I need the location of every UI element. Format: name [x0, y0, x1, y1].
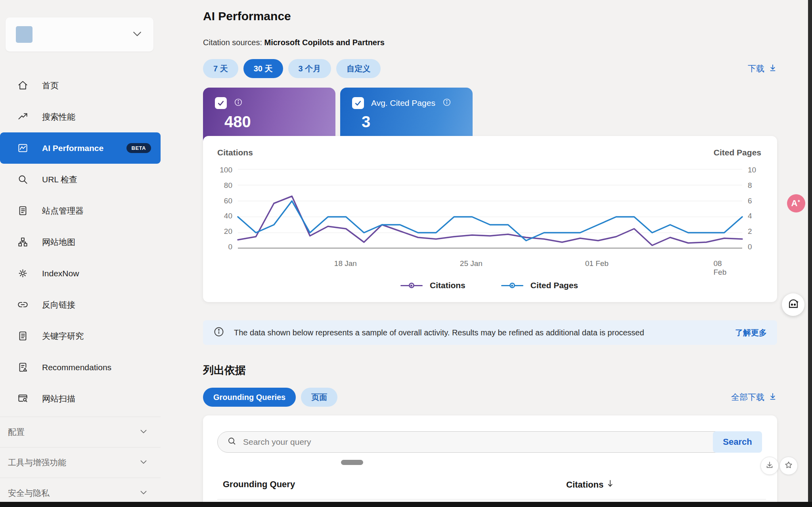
section-label: 工具与增强功能 — [8, 457, 66, 468]
clipboard-list-icon — [17, 205, 29, 217]
sidebar-item-site-manager[interactable]: 站点管理器 — [0, 195, 161, 226]
section-label: 安全与隐私 — [8, 488, 50, 499]
search-icon — [17, 174, 29, 186]
citation-sources-label: Citation sources: — [203, 38, 262, 47]
sidebar-item-url-inspection[interactable]: URL 检查 — [0, 164, 161, 195]
page-title: AI Performance — [203, 10, 777, 23]
sidebar: 首页 搜索性能 AI Performance BETA URL 检查 — [0, 0, 161, 507]
search-icon — [227, 436, 237, 448]
chart-legend: Citations Cited Pages — [217, 281, 761, 293]
metric-cards: 480 Avg. Cited Pages 3 — [203, 88, 777, 136]
search-button[interactable]: Search — [713, 431, 762, 453]
window-edge-right — [808, 0, 812, 507]
sidebar-item-sitemaps[interactable]: 网站地图 — [0, 226, 161, 258]
favorite-star-fab[interactable] — [779, 457, 798, 475]
chevron-down-icon — [138, 457, 149, 469]
robot-icon — [787, 297, 800, 312]
sidebar-item-label: 反向链接 — [42, 299, 75, 310]
left-axis-title: Citations — [217, 148, 253, 157]
sidebar-section-configuration[interactable]: 配置 — [0, 417, 161, 447]
chart-icon — [17, 142, 29, 154]
download-all-link[interactable]: 全部下载 — [731, 392, 777, 403]
download-icon — [765, 461, 774, 471]
chevron-down-icon[interactable] — [131, 28, 143, 41]
list-tabs: Grounding Queries 页面 全部下载 — [203, 388, 777, 407]
x-tick: 18 Jan — [334, 259, 357, 268]
left-axis-ticks: 100806040200 — [217, 166, 238, 251]
download-label: 下载 — [748, 63, 764, 74]
translate-fab[interactable]: A✦ — [787, 194, 805, 212]
sidebar-item-search-performance[interactable]: 搜索性能 — [0, 101, 161, 132]
sidebar-item-label: 站点管理器 — [42, 205, 84, 216]
search-input[interactable] — [243, 437, 752, 447]
x-axis-labels: 18 Jan 25 Jan 01 Feb 08 Feb — [238, 257, 741, 270]
right-axis-title: Cited Pages — [714, 148, 761, 157]
home-icon — [17, 80, 29, 92]
legend-citations[interactable]: Citations — [400, 281, 465, 290]
x-tick: 01 Feb — [585, 259, 609, 268]
app-window: 首页 搜索性能 AI Performance BETA URL 检查 — [0, 0, 812, 507]
range-pill-custom[interactable]: 自定义 — [336, 59, 381, 78]
drag-handle[interactable] — [341, 460, 363, 465]
link-icon — [17, 299, 29, 311]
site-selector[interactable] — [6, 17, 153, 52]
table-download-fab[interactable] — [760, 457, 779, 475]
chart-plot-area[interactable] — [238, 169, 742, 249]
sidebar-item-ai-performance[interactable]: AI Performance BETA — [0, 132, 161, 164]
range-pill-3m[interactable]: 3 个月 — [288, 59, 331, 78]
list-section-title: 列出依据 — [203, 363, 777, 377]
column-citations-sort[interactable]: Citations — [566, 479, 614, 490]
sidebar-item-site-scan[interactable]: 网站扫描 — [0, 383, 161, 414]
sitemap-icon — [17, 236, 29, 248]
cited-pages-checkbox[interactable] — [352, 97, 364, 109]
info-banner: The data shown below represents a sample… — [203, 320, 777, 345]
tab-grounding-queries[interactable]: Grounding Queries — [203, 388, 296, 407]
citation-sources-value: Microsoft Copilots and Partners — [264, 38, 385, 47]
feedback-robot-fab[interactable] — [782, 293, 804, 316]
document-icon — [17, 330, 29, 342]
sidebar-item-label: Recommendations — [42, 363, 111, 372]
sidebar-item-label: 首页 — [42, 80, 59, 91]
download-all-label: 全部下载 — [731, 392, 764, 403]
download-icon — [768, 392, 777, 403]
sidebar-item-indexnow[interactable]: IndexNow — [0, 258, 161, 289]
banner-text: The data shown below represents a sample… — [234, 328, 644, 337]
citations-checkbox[interactable] — [215, 97, 227, 109]
sidebar-item-label: IndexNow — [42, 269, 79, 278]
sidebar-item-label: 网站扫描 — [42, 393, 75, 404]
sidebar-item-label: URL 检查 — [42, 174, 77, 185]
cited-pages-avg: 3 — [362, 113, 473, 131]
sidebar-item-backlinks[interactable]: 反向链接 — [0, 289, 161, 320]
query-search: Search — [217, 431, 762, 453]
learn-more-link[interactable]: 了解更多 — [735, 327, 767, 338]
download-link[interactable]: 下载 — [748, 63, 777, 74]
info-icon[interactable] — [442, 98, 451, 108]
citations-total: 480 — [224, 113, 335, 131]
range-pill-7d[interactable]: 7 天 — [203, 59, 238, 78]
sort-descending-icon — [607, 479, 614, 490]
sidebar-item-home[interactable]: 首页 — [0, 70, 161, 101]
main-content: AI Performance Citation sources: Microso… — [161, 0, 812, 507]
sidebar-item-keyword-research[interactable]: 关键字研究 — [0, 320, 161, 352]
table-header: Grounding Query Citations — [217, 479, 766, 499]
download-icon — [768, 63, 777, 74]
sidebar-item-label: 搜索性能 — [42, 111, 75, 122]
right-axis-ticks: 1086420 — [742, 166, 761, 251]
document-alert-icon — [17, 362, 29, 373]
info-icon[interactable] — [234, 98, 243, 108]
cited-pages-legend-marker — [501, 283, 523, 288]
tab-pages[interactable]: 页面 — [301, 388, 337, 407]
x-tick: 08 Feb — [714, 259, 732, 277]
sidebar-section-tools[interactable]: 工具与增强功能 — [0, 447, 161, 478]
chart-svg — [238, 169, 742, 249]
sidebar-item-label: 关键字研究 — [42, 331, 84, 342]
range-pill-30d[interactable]: 30 天 — [243, 59, 283, 78]
legend-cited-pages[interactable]: Cited Pages — [501, 281, 578, 290]
sidebar-item-label: AI Performance — [42, 143, 103, 153]
gear-icon — [17, 268, 29, 279]
column-grounding-query: Grounding Query — [223, 479, 566, 490]
window-edge-bottom — [0, 502, 812, 507]
citation-sources-line: Citation sources: Microsoft Copilots and… — [203, 38, 777, 47]
sidebar-item-recommendations[interactable]: Recommendations — [0, 352, 161, 383]
info-icon — [213, 326, 224, 339]
